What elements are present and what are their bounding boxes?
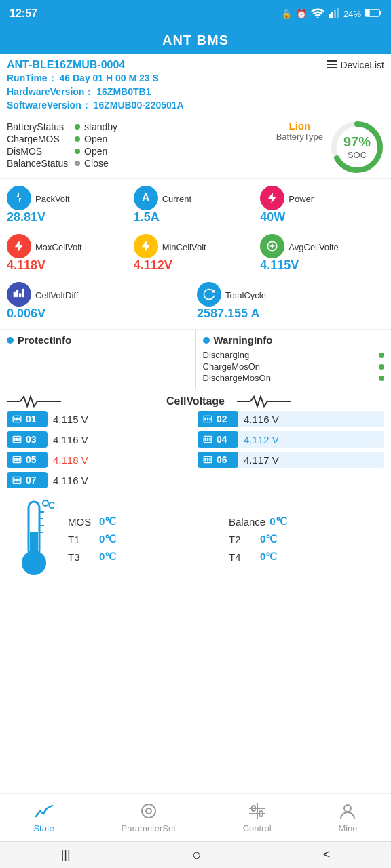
temp-t4: T4 0℃ <box>229 551 384 563</box>
dis-mos-value: Open <box>84 146 107 157</box>
svg-rect-38 <box>14 458 15 462</box>
svg-rect-32 <box>18 438 20 441</box>
svg-rect-23 <box>16 418 18 421</box>
cell-badge-06: 06 <box>198 452 238 468</box>
metrics-row2: MaxCellVolt 4.118V MinCellVolt 4.112V Av… <box>0 231 391 279</box>
svg-rect-39 <box>16 458 18 462</box>
power-card: Power 40W <box>260 183 384 227</box>
total-cycle-label: TotalCycle <box>225 290 266 300</box>
battery-type-col: Lion BatteryType <box>276 120 323 142</box>
battery-status-left: BatteryStatus standby ChargeMOS Open Dis… <box>7 120 276 170</box>
svg-rect-35 <box>207 438 208 441</box>
battery-status-section: BatteryStatus standby ChargeMOS Open Dis… <box>0 116 391 178</box>
min-cell-volt-icon <box>134 234 158 258</box>
cell-item-04: 04 4.112 V <box>198 431 384 448</box>
cell-badge-02: 02 <box>198 411 238 427</box>
max-cell-volt-icon <box>7 234 31 258</box>
protect-col: ProtectInfo <box>0 330 196 389</box>
nav-parameter-set[interactable]: ParameterSet <box>122 802 176 833</box>
temp-grid: MOS 0℃ Balance 0℃ T1 0℃ T2 0℃ T3 0℃ T4 0… <box>61 515 384 563</box>
dis-mos-row: DisMOS Open <box>7 146 276 157</box>
cell-badge-05: 05 <box>7 452 48 468</box>
protect-warning-section: ProtectInfo WarningInfo Discharging Char… <box>0 330 391 389</box>
svg-rect-31 <box>16 438 18 441</box>
svg-rect-26 <box>204 418 206 421</box>
svg-point-60 <box>146 808 151 814</box>
svg-rect-14 <box>16 290 18 297</box>
svg-point-66 <box>344 805 351 812</box>
nav-mine-label: Mine <box>338 823 357 833</box>
pack-volt-value: 28.81V <box>7 210 45 224</box>
status-time: 12:57 <box>10 7 37 20</box>
cell-id-02: 02 <box>217 414 227 425</box>
svg-rect-44 <box>209 458 210 462</box>
svg-rect-8 <box>327 64 337 65</box>
metrics-row3: CellVoltDiff 0.006V TotalCycle 2587.155 … <box>0 279 391 329</box>
svg-rect-9 <box>327 67 337 68</box>
menu-button[interactable]: ||| <box>48 844 84 866</box>
svg-text:C: C <box>48 500 55 511</box>
avg-cell-volt-value: 4.115V <box>260 258 299 273</box>
nav-mine[interactable]: Mine <box>338 802 357 833</box>
svg-point-59 <box>142 804 155 818</box>
svg-rect-1 <box>329 14 331 18</box>
min-cell-volt-card: MinCellVolt 4.112V <box>134 231 258 275</box>
cell-item-01: 01 4.115 V <box>7 411 193 427</box>
cell-value-06: 4.117 V <box>244 454 279 466</box>
svg-rect-46 <box>14 479 15 482</box>
svg-rect-4 <box>337 8 339 18</box>
warning-item-2-dot <box>379 364 384 370</box>
warning-item-1-text: Discharging <box>203 350 250 360</box>
nav-control-label: Control <box>243 823 272 833</box>
device-list-button[interactable]: DeviceList <box>327 60 384 71</box>
total-cycle-card: TotalCycle 2587.155 A <box>197 279 384 323</box>
cell-value-03: 4.116 V <box>53 434 88 446</box>
soc-circle: 97% SOC <box>330 120 384 174</box>
max-cell-volt-card: MaxCellVolt 4.118V <box>7 231 131 275</box>
balance-status-label: BalanceStatus <box>7 158 75 169</box>
cell-value-02: 4.116 V <box>244 414 279 425</box>
max-cell-volt-label: MaxCellVolt <box>35 242 82 252</box>
battery-icon <box>365 9 381 19</box>
cell-value-05: 4.118 V <box>53 454 88 466</box>
soc-label: SOC <box>343 150 371 160</box>
back-button[interactable]: < <box>310 844 344 866</box>
temp-t2-value: 0℃ <box>260 533 277 545</box>
temp-t1: T1 0℃ <box>68 533 223 545</box>
charge-mos-label: ChargeMOS <box>7 134 75 144</box>
battery-status-dot <box>75 124 80 130</box>
cell-badge-01: 01 <box>7 411 48 427</box>
svg-rect-43 <box>207 458 208 462</box>
min-cell-volt-label: MinCellVolt <box>162 242 206 252</box>
temp-t1-label: T1 <box>68 534 95 545</box>
home-button[interactable]: ○ <box>179 842 215 868</box>
battery-status-value: standby <box>84 121 117 132</box>
protect-header: ProtectInfo <box>7 334 189 346</box>
nav-control[interactable]: Control <box>243 802 272 833</box>
hardware-line: HardwareVersion： 16ZMB0TB1 <box>7 86 384 98</box>
cell-volt-diff-card: CellVoltDiff 0.006V <box>7 279 194 323</box>
status-bar: 12:57 🔒 ⏰ 24% <box>0 0 391 27</box>
charge-mos-row: ChargeMOS Open <box>7 134 276 144</box>
svg-rect-3 <box>334 10 336 18</box>
svg-rect-6 <box>366 10 369 16</box>
svg-rect-7 <box>327 60 337 62</box>
current-label: Current <box>162 194 191 204</box>
nav-state[interactable]: State <box>33 802 54 833</box>
svg-point-57 <box>43 500 48 506</box>
power-value: 40W <box>260 210 285 224</box>
nav-parameter-set-label: ParameterSet <box>122 823 176 833</box>
temp-mos-value: 0℃ <box>99 515 116 528</box>
avg-cell-volt-label: AvgCellVolte <box>288 242 338 252</box>
current-value: 1.5A <box>134 210 160 224</box>
device-id: ANT-BLE16ZMUB-0004 <box>7 59 125 71</box>
power-icon <box>260 186 284 210</box>
temp-t1-value: 0℃ <box>99 533 116 545</box>
cell-id-01: 01 <box>26 414 37 425</box>
warning-col: WarningInfo Discharging ChargeMosOn Disc… <box>196 330 392 389</box>
temp-t2-label: T2 <box>229 534 256 545</box>
battery-percentage: 24% <box>343 9 361 19</box>
temperature-section: C MOS 0℃ Balance 0℃ T1 0℃ T2 0℃ T3 0℃ T4… <box>0 488 391 590</box>
soc-percent: 97% <box>343 134 371 150</box>
svg-rect-34 <box>204 438 206 441</box>
